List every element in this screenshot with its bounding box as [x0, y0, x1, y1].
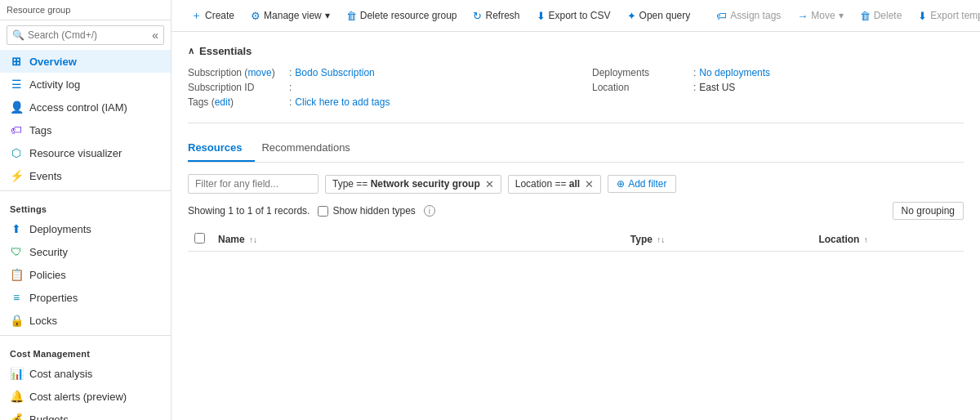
essentials-chevron-icon[interactable]: ∧	[188, 46, 194, 56]
sidebar-item-activity-log[interactable]: ☰ Activity log	[0, 73, 171, 96]
open-query-icon: ✦	[627, 10, 636, 22]
sidebar-item-label: Policies	[29, 269, 66, 281]
sidebar-item-label: Resource visualizer	[29, 147, 122, 159]
location-filter-chip[interactable]: Location == all ✕	[508, 175, 601, 194]
location-filter-label: Location == all	[515, 178, 580, 190]
activity-log-icon: ☰	[10, 78, 23, 91]
no-grouping-button[interactable]: No grouping	[893, 202, 964, 220]
create-button[interactable]: ＋ Create	[185, 5, 241, 26]
assign-tags-button[interactable]: 🏷 Assign tags	[710, 7, 787, 25]
table-header-row: Name ↑↓ Type ↑↓ Location ↑	[188, 228, 964, 252]
th-location-label: Location	[818, 234, 859, 245]
sidebar-item-label: Tags	[29, 124, 51, 136]
cost-analysis-icon: 📊	[10, 367, 23, 380]
sidebar-item-deployments[interactable]: ⬆ Deployments	[0, 217, 171, 240]
sidebar-item-security[interactable]: 🛡 Security	[0, 240, 171, 263]
th-select-all[interactable]	[188, 228, 212, 252]
type-filter-remove-icon[interactable]: ✕	[485, 178, 494, 190]
th-type-label: Type	[630, 234, 653, 245]
tags-label: Tags (edit)	[188, 96, 286, 108]
type-filter-chip[interactable]: Type == Network security group ✕	[325, 175, 501, 194]
export-template-button[interactable]: ⬇ Export template	[911, 7, 980, 25]
delete-label: Delete	[874, 10, 902, 21]
deployments-value[interactable]: No deployments	[699, 67, 770, 78]
delete-button[interactable]: 🗑 Delete	[853, 7, 909, 25]
deployments-row: Deployments : No deployments	[592, 65, 964, 80]
tags-value[interactable]: Click here to add tags	[295, 96, 390, 108]
assign-tags-label: Assign tags	[730, 10, 781, 21]
sidebar-item-tags[interactable]: 🏷 Tags	[0, 118, 171, 141]
open-query-button[interactable]: ✦ Open query	[621, 7, 697, 25]
location-filter-remove-icon[interactable]: ✕	[585, 178, 594, 190]
th-location[interactable]: Location ↑	[812, 228, 964, 252]
export-csv-button[interactable]: ⬇ Export to CSV	[530, 7, 617, 25]
show-hidden-types-text: Show hidden types	[332, 205, 415, 217]
access-control-icon: 👤	[10, 101, 23, 114]
location-value: East US	[699, 82, 735, 93]
tab-resources[interactable]: Resources	[188, 135, 255, 162]
refresh-label: Refresh	[485, 10, 519, 21]
sidebar-item-events[interactable]: ⚡ Events	[0, 164, 171, 187]
delete-icon: 🗑	[860, 10, 871, 22]
subscription-value[interactable]: Bodo Subscription	[295, 67, 374, 78]
sidebar-item-label: Budgets	[29, 413, 69, 421]
refresh-icon: ↻	[473, 10, 482, 22]
manage-view-icon: ⚙	[251, 10, 261, 22]
sidebar-item-overview[interactable]: ⊞ Overview	[0, 50, 171, 73]
sidebar-item-properties[interactable]: ≡ Properties	[0, 286, 171, 309]
sidebar-item-label: Events	[29, 170, 62, 182]
th-name[interactable]: Name ↑↓	[212, 228, 624, 252]
show-hidden-types-label[interactable]: Show hidden types	[318, 205, 415, 217]
sidebar-item-cost-alerts[interactable]: 🔔 Cost alerts (preview)	[0, 385, 171, 408]
subscription-move-link[interactable]: move	[247, 67, 271, 78]
manage-view-button[interactable]: ⚙ Manage view ▾	[244, 7, 336, 25]
budgets-icon: 💰	[10, 413, 23, 420]
tags-edit-link[interactable]: edit	[215, 96, 230, 108]
show-hidden-types-checkbox[interactable]	[318, 206, 328, 217]
move-button[interactable]: → Move ▾	[791, 7, 849, 25]
tab-recommendations[interactable]: Recommendations	[261, 135, 363, 162]
delete-rg-label: Delete resource group	[360, 10, 457, 21]
records-text: Showing 1 to 1 of 1 records.	[188, 205, 310, 217]
sidebar-item-cost-analysis[interactable]: 📊 Cost analysis	[0, 362, 171, 385]
sidebar-item-access-control[interactable]: 👤 Access control (IAM)	[0, 96, 171, 118]
collapse-button[interactable]: «	[152, 29, 158, 42]
sidebar: Resource group 🔍 « ⊞ Overview ☰ Activity…	[0, 0, 172, 420]
sidebar-item-resource-visualizer[interactable]: ⬡ Resource visualizer	[0, 141, 171, 164]
export-csv-label: Export to CSV	[549, 10, 611, 21]
sidebar-item-policies[interactable]: 📋 Policies	[0, 263, 171, 286]
subscription-label: Subscription (move)	[188, 67, 286, 78]
location-sort-icon[interactable]: ↑	[864, 235, 868, 244]
sidebar-item-label: Cost analysis	[29, 368, 92, 380]
sidebar-item-label: Locks	[29, 315, 57, 327]
export-template-icon: ⬇	[918, 10, 927, 22]
name-sort-icon[interactable]: ↑↓	[249, 235, 257, 244]
search-box[interactable]: 🔍 «	[7, 25, 164, 45]
essentials-title: Essentials	[199, 45, 252, 57]
search-icon: 🔍	[12, 29, 24, 41]
select-all-checkbox[interactable]	[194, 233, 205, 244]
search-input[interactable]	[28, 29, 152, 41]
info-icon[interactable]: i	[424, 205, 435, 217]
sidebar-item-locks[interactable]: 🔒 Locks	[0, 309, 171, 332]
create-icon: ＋	[191, 8, 202, 23]
refresh-button[interactable]: ↻ Refresh	[466, 7, 526, 25]
essentials-divider	[188, 123, 964, 123]
move-chevron-icon: ▾	[839, 10, 844, 21]
location-row: Location : East US	[592, 80, 964, 95]
sidebar-item-budgets[interactable]: 💰 Budgets	[0, 408, 171, 420]
events-icon: ⚡	[10, 169, 23, 182]
type-sort-icon[interactable]: ↑↓	[657, 235, 665, 244]
add-filter-button[interactable]: ⊕ Add filter	[608, 175, 675, 193]
delete-resource-group-button[interactable]: 🗑 Delete resource group	[340, 7, 464, 25]
tabs: Resources Recommendations	[188, 135, 964, 163]
records-bar: Showing 1 to 1 of 1 records. Show hidden…	[188, 202, 964, 220]
essentials-grid: Subscription (move) : Bodo Subscription …	[188, 65, 964, 109]
assign-tags-icon: 🏷	[716, 10, 727, 22]
deployments-icon: ⬆	[10, 222, 23, 235]
location-label: Location	[592, 82, 690, 93]
sidebar-item-label: Activity log	[29, 78, 80, 91]
move-label: Move	[811, 10, 835, 21]
th-type[interactable]: Type ↑↓	[624, 228, 813, 252]
filter-input[interactable]	[188, 174, 318, 194]
